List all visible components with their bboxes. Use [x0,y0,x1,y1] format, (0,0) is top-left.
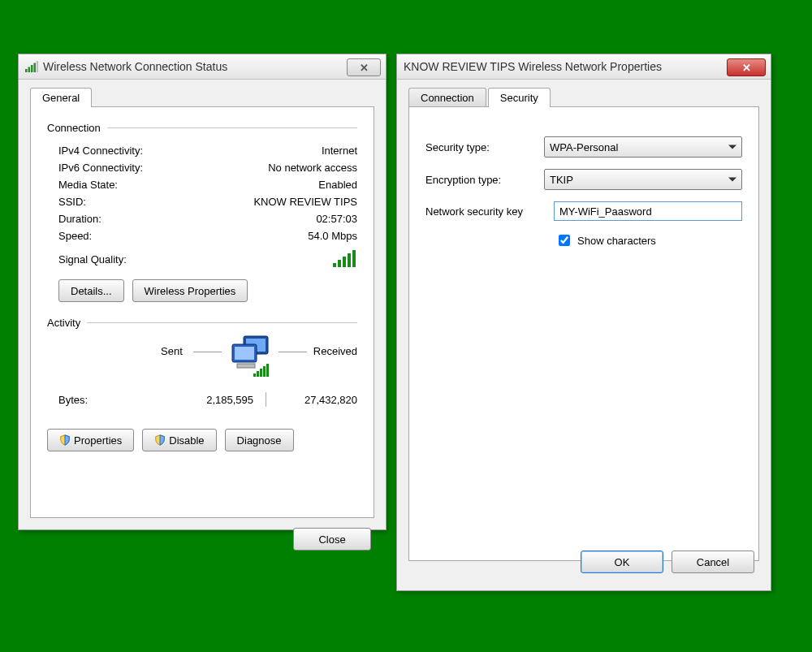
row-bytes: Bytes: 2,185,595 27,432,820 [47,394,357,406]
show-characters-input[interactable] [559,235,570,246]
tab-connection[interactable]: Connection [408,88,486,107]
row-media: Media State: Enabled [47,176,357,193]
signal-label: Signal Quality: [58,253,127,266]
tab-security[interactable]: Security [488,88,551,107]
svg-rect-17 [260,369,262,377]
dialog-title: KNOW REVIEW TIPS Wireless Network Proper… [404,60,662,73]
svg-rect-18 [263,366,266,377]
dialog-title: Wireless Network Connection Status [43,60,227,73]
svg-rect-3 [34,63,37,73]
diagnose-button[interactable]: Diagnose [225,429,294,451]
footer: Close [30,518,374,551]
connection-buttons: Details... Wireless Properties [47,279,357,302]
svg-rect-0 [25,69,28,72]
group-activity: Activity [47,317,357,329]
ssid-label: SSID: [58,196,86,208]
cancel-button[interactable]: Cancel [672,551,754,573]
svg-rect-5 [333,263,336,267]
computer-icon [226,333,274,381]
speed-value: 54.0 Mbps [308,230,357,242]
wireless-properties-dialog: KNOW REVIEW TIPS Wireless Network Proper… [396,54,771,591]
group-connection-label: Connection [47,122,101,134]
titlebar: Wireless Network Connection Status ✕ [19,54,386,80]
shield-icon [154,434,166,446]
media-value: Enabled [318,179,357,191]
close-button-x[interactable]: ✕ [347,58,381,76]
security-key-label: Network security key [425,205,554,218]
svg-rect-9 [352,250,356,267]
ipv6-value: No network access [268,162,357,174]
row-speed: Speed: 54.0 Mbps [47,227,357,244]
svg-rect-1 [28,67,31,73]
svg-rect-2 [31,65,33,72]
close-icon: ✕ [742,63,751,73]
duration-value: 02:57:03 [316,213,357,225]
shield-icon [59,434,71,446]
ok-button[interactable]: OK [581,551,663,573]
divider [87,322,357,323]
group-activity-label: Activity [47,317,80,329]
ipv4-label: IPv4 Connectivity: [58,145,143,157]
titlebar: KNOW REVIEW TIPS Wireless Network Proper… [397,54,771,80]
ipv4-value: Internet [322,145,357,157]
security-type-label: Security type: [425,141,544,153]
signal-icon [25,61,38,72]
security-type-value: WPA-Personal [550,141,618,153]
svg-rect-4 [37,61,38,72]
ok-cancel-row: OK Cancel [581,551,754,573]
sent-label: Sent [161,345,183,357]
row-encryption-type: Encryption type: TKIP [425,169,742,190]
tabstrip: Connection Security [408,88,759,107]
divider [193,352,222,352]
received-label: Received [313,345,357,357]
bytes-received-value: 27,432,820 [278,394,357,406]
svg-rect-8 [348,253,351,267]
svg-rect-13 [235,347,254,360]
bytes-label: Bytes: [58,394,148,406]
ipv6-label: IPv6 Connectivity: [58,162,143,174]
action-buttons: Properties Disable Diagnose [47,429,357,451]
disable-button[interactable]: Disable [142,429,216,451]
disable-button-label: Disable [169,434,204,447]
close-button-x[interactable]: ✕ [727,58,766,76]
tab-panel-general: Connection IPv4 Connectivity: Internet I… [30,106,374,518]
row-ipv6: IPv6 Connectivity: No network access [47,159,357,176]
divider [107,127,357,128]
row-security-type: Security type: WPA-Personal [425,136,742,158]
show-characters-label: Show characters [577,235,656,247]
svg-rect-6 [338,260,341,267]
show-characters-checkbox[interactable]: Show characters [555,232,656,248]
details-button[interactable]: Details... [58,279,124,302]
close-icon: ✕ [360,63,369,73]
connection-status-dialog: Wireless Network Connection Status ✕ Gen… [18,54,387,530]
chevron-down-icon [728,145,736,149]
encryption-type-label: Encryption type: [425,174,544,186]
row-security-key: Network security key [425,201,742,221]
close-button[interactable]: Close [293,528,371,551]
speed-label: Speed: [58,230,92,242]
tab-general[interactable]: General [30,88,92,107]
ssid-value: KNOW REVIEW TIPS [253,196,357,208]
svg-rect-19 [266,364,269,377]
row-ipv4: IPv4 Connectivity: Internet [47,142,357,159]
svg-rect-16 [257,371,259,377]
security-key-input[interactable] [554,201,742,221]
client-area: General Connection IPv4 Connectivity: In… [19,80,386,562]
properties-button-label: Properties [74,434,122,447]
row-show-characters: Show characters [555,232,742,248]
properties-button[interactable]: Properties [47,429,134,451]
activity-visual: Sent Received [47,337,357,394]
duration-label: Duration: [58,213,102,225]
row-duration: Duration: 02:57:03 [47,210,357,227]
bytes-sent-value: 2,185,595 [148,394,253,406]
group-connection: Connection [47,122,357,134]
svg-rect-7 [343,257,346,267]
row-ssid: SSID: KNOW REVIEW TIPS [47,193,357,210]
client-area: Connection Security Security type: WPA-P… [397,80,771,586]
wireless-properties-button[interactable]: Wireless Properties [132,279,248,302]
security-type-select[interactable]: WPA-Personal [544,136,742,158]
chevron-down-icon [728,178,736,182]
tabstrip: General [30,88,374,107]
encryption-type-select[interactable]: TKIP [544,169,742,190]
svg-rect-14 [237,364,255,368]
